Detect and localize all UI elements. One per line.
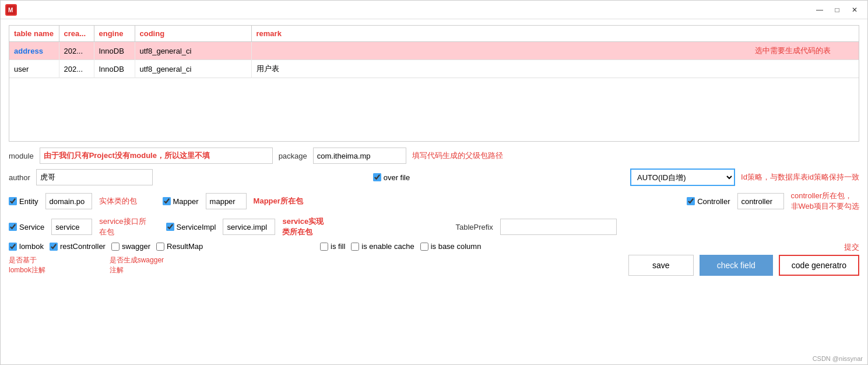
cell-create: 202...	[59, 42, 94, 60]
main-content: table name crea... engine coding remark …	[1, 19, 867, 364]
id-strategy-select[interactable]: AUTO(ID自增)	[630, 169, 735, 186]
entity-label: Entity	[19, 197, 38, 206]
module-package-row: module package 填写代码生成的父级包路径	[9, 148, 859, 164]
isfill-checkbox[interactable]	[320, 243, 328, 251]
over-file-checkbox-label[interactable]: over file	[373, 173, 410, 182]
id-strategy-annotation: Id策略，与数据库表id策略保持一致	[741, 172, 859, 182]
isbasecolumn-checkbox[interactable]	[420, 243, 428, 251]
svg-text:M: M	[8, 7, 13, 13]
col-header-remark: remark	[251, 26, 859, 42]
annotations-row: 是否基于lombok注解 是否生成swagger注解 save check fi…	[9, 255, 859, 276]
mapper-input[interactable]	[206, 193, 247, 209]
controller-annotation: controller所在包， 非Web项目不要勾选	[791, 191, 860, 212]
controller-label: Controller	[697, 197, 730, 206]
author-row: author over file AUTO(ID自增) Id策略，与数据库表id…	[9, 169, 859, 186]
author-input[interactable]	[36, 169, 153, 185]
mapper-label: Mapper	[173, 197, 199, 206]
mapper-checkbox-label[interactable]: Mapper	[163, 197, 199, 206]
col-header-engine: engine	[94, 26, 135, 42]
service-annotation: service接口所在包	[99, 216, 146, 237]
resultmap-checkbox[interactable]	[156, 243, 164, 251]
tableprefix-input[interactable]	[500, 219, 617, 235]
swagger-checkbox-label[interactable]: swagger	[111, 242, 150, 251]
restcontroller-checkbox[interactable]	[50, 243, 58, 251]
col-header-name: table name	[9, 26, 59, 42]
module-input[interactable]	[40, 148, 273, 164]
swagger-checkbox[interactable]	[111, 243, 120, 251]
cell-create: 202...	[59, 60, 94, 78]
cell-name: address	[9, 42, 59, 60]
service-serviceimpl-row: Service service接口所在包 ServiceImpl service…	[9, 216, 859, 237]
module-label: module	[9, 152, 34, 160]
swagger-label: swagger	[122, 242, 150, 251]
close-button[interactable]: ✕	[846, 4, 863, 16]
controller-checkbox[interactable]	[687, 197, 695, 205]
isbasecolumn-checkbox-label[interactable]: is base column	[420, 242, 482, 251]
service-checkbox-label[interactable]: Service	[9, 223, 44, 231]
service-label: Service	[19, 223, 44, 231]
lombok-label: lombok	[19, 242, 44, 251]
isenablecache-checkbox-label[interactable]: is enable cache	[351, 242, 414, 251]
package-annotation: 填写代码生成的父级包路径	[412, 150, 503, 161]
cell-coding: utf8_general_ci	[135, 42, 251, 60]
isfill-label: is fill	[331, 242, 345, 251]
mapper-checkbox[interactable]	[163, 197, 171, 205]
data-table: table name crea... engine coding remark …	[9, 26, 859, 78]
table-row[interactable]: user 202... InnoDB utf8_general_ci 用户表	[9, 60, 859, 78]
isenablecache-label: is enable cache	[361, 242, 414, 251]
controller-input[interactable]	[737, 193, 784, 209]
titlebar: M — □ ✕	[1, 1, 867, 19]
serviceimpl-annotation: service实现类所在包	[282, 216, 324, 237]
isbasecolumn-label: is base column	[431, 242, 482, 251]
tableprefix-label: TablePrefix	[455, 223, 493, 231]
lombok-checkbox-label[interactable]: lombok	[9, 242, 44, 251]
cell-coding: utf8_general_ci	[135, 60, 251, 78]
mapper-annotation: Mapper所在包	[254, 196, 303, 206]
lombok-checkbox[interactable]	[9, 243, 17, 251]
serviceimpl-checkbox-label[interactable]: ServiceImpl	[166, 223, 216, 231]
package-input[interactable]	[313, 148, 406, 164]
serviceimpl-label: ServiceImpl	[177, 223, 216, 231]
col-header-create: crea...	[59, 26, 94, 42]
save-button[interactable]: save	[628, 255, 694, 276]
entity-checkbox-label[interactable]: Entity	[9, 197, 38, 206]
submit-annotation: 提交	[844, 242, 859, 252]
form-section: module package 填写代码生成的父级包路径 author over …	[9, 148, 859, 276]
check-field-button[interactable]: check field	[700, 255, 773, 276]
minimize-button[interactable]: —	[811, 4, 828, 16]
cell-remark: 用户表	[251, 60, 859, 78]
serviceimpl-input[interactable]	[223, 219, 275, 235]
service-checkbox[interactable]	[9, 223, 17, 231]
serviceimpl-checkbox[interactable]	[166, 223, 174, 231]
entity-input[interactable]	[45, 193, 92, 209]
table-container: table name crea... engine coding remark …	[9, 25, 859, 142]
author-label: author	[9, 173, 30, 182]
over-file-checkbox[interactable]	[373, 173, 381, 181]
table-header-row: table name crea... engine coding remark	[9, 26, 859, 42]
watermark: CSDN @nissynar	[813, 355, 863, 362]
col-header-coding: coding	[135, 26, 251, 42]
cell-engine: InnoDB	[94, 60, 135, 78]
entity-mapper-controller-row: Entity 实体类的包 Mapper Mapper所在包	[9, 191, 859, 212]
lombok-annotation: 是否基于lombok注解	[9, 255, 45, 275]
code-generator-button[interactable]: code generatro	[779, 255, 859, 276]
controller-checkbox-label[interactable]: Controller	[687, 197, 730, 206]
entity-annotation: 实体类的包	[99, 196, 137, 206]
maximize-button[interactable]: □	[829, 4, 845, 16]
table-annotation: 选中需要生成代码的表	[755, 45, 831, 56]
isenablecache-checkbox[interactable]	[351, 243, 359, 251]
options-row: lombok restController swagger ResultMap	[9, 242, 859, 252]
service-input[interactable]	[51, 219, 92, 235]
swagger-annotation: 是否生成swagger注解	[110, 255, 164, 275]
table-row[interactable]: address 202... InnoDB utf8_general_ci 选中…	[9, 42, 859, 60]
entity-checkbox[interactable]	[9, 197, 17, 205]
cell-engine: InnoDB	[94, 42, 135, 60]
resultmap-checkbox-label[interactable]: ResultMap	[156, 242, 203, 251]
restcontroller-checkbox-label[interactable]: restController	[50, 242, 106, 251]
isfill-checkbox-label[interactable]: is fill	[320, 242, 345, 251]
titlebar-left: M	[5, 4, 17, 16]
cell-name: user	[9, 60, 59, 78]
app-icon: M	[5, 4, 17, 16]
package-label: package	[279, 152, 307, 160]
cell-remark: 选中需要生成代码的表	[251, 42, 859, 60]
